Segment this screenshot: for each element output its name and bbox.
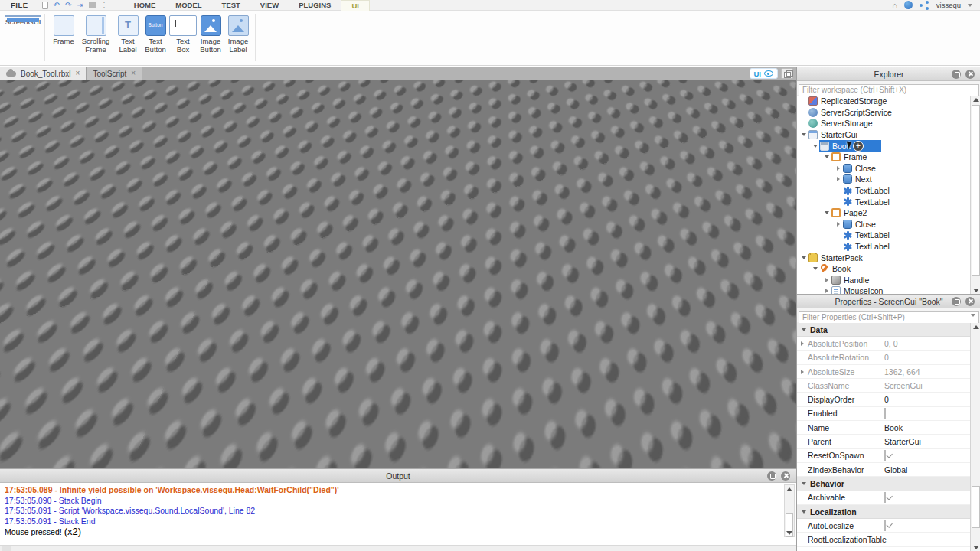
- user-menu-caret-icon[interactable]: [968, 4, 972, 7]
- text-button-button[interactable]: Text Button: [142, 14, 169, 54]
- float-panel-icon[interactable]: [767, 471, 776, 481]
- property-row[interactable]: AbsolutePosition 0, 0: [797, 337, 970, 350]
- expander-closed-icon[interactable]: [825, 278, 828, 282]
- section-collapse-icon[interactable]: [802, 328, 806, 331]
- expander-open-icon[interactable]: [802, 133, 806, 136]
- scrollbar-thumb[interactable]: [972, 105, 980, 276]
- autolocalize-checkbox[interactable]: [884, 520, 886, 531]
- avatar-icon[interactable]: [904, 1, 913, 9]
- expander-open-icon[interactable]: [813, 267, 818, 270]
- scroll-up-icon[interactable]: [971, 96, 980, 103]
- archivable-checkbox[interactable]: [884, 492, 886, 503]
- save-icon[interactable]: [42, 2, 48, 9]
- expander-open-icon[interactable]: [825, 211, 829, 214]
- section-behavior[interactable]: Behavior: [797, 477, 970, 491]
- property-row[interactable]: ZIndexBehavior Global: [797, 463, 970, 477]
- tree-row-close[interactable]: Close: [797, 163, 970, 174]
- float-panel-icon[interactable]: [952, 297, 961, 306]
- properties-scrollbar[interactable]: [970, 323, 980, 551]
- scroll-down-icon[interactable]: [971, 286, 980, 294]
- enabled-checkbox[interactable]: [884, 408, 886, 419]
- ui-visibility-toggle[interactable]: UI: [750, 68, 779, 79]
- tree-row-frame[interactable]: Frame: [797, 152, 970, 163]
- explorer-filter-input[interactable]: [799, 84, 979, 96]
- frame-button[interactable]: Frame: [50, 14, 77, 54]
- tab-model[interactable]: MODEL: [165, 0, 211, 11]
- float-panel-icon[interactable]: [952, 70, 961, 79]
- tree-row-replicatedstorage[interactable]: ReplicatedStorage: [797, 96, 970, 107]
- expander-closed-icon[interactable]: [837, 177, 840, 181]
- text-label-button[interactable]: Text Label: [114, 14, 142, 54]
- doc-tab-toolscript[interactable]: ToolScript ×: [87, 67, 142, 80]
- image-label-button[interactable]: Image Label: [224, 14, 252, 54]
- insert-icon[interactable]: ⇥: [77, 2, 83, 9]
- image-button-button[interactable]: Image Button: [197, 14, 224, 54]
- doc-tab-book-tool[interactable]: Book_Tool.rbxl ×: [0, 67, 87, 80]
- expander-open-icon[interactable]: [802, 256, 806, 259]
- file-menu-button[interactable]: FILE: [0, 1, 39, 9]
- tree-row-close[interactable]: Close: [797, 219, 970, 230]
- filter-dropdown-caret-icon[interactable]: [971, 314, 975, 317]
- tree-row-textlabel[interactable]: TextLabel: [797, 196, 970, 207]
- scrolling-frame-button[interactable]: Scrolling Frame: [77, 14, 114, 54]
- section-collapse-icon[interactable]: [802, 482, 806, 485]
- section-data[interactable]: Data: [797, 323, 970, 337]
- tree-row-serverscriptservice[interactable]: ServerScriptService: [797, 107, 970, 119]
- property-row[interactable]: ResetOnSpawn: [797, 449, 970, 463]
- tree-row-textlabel[interactable]: TextLabel: [797, 241, 970, 253]
- scroll-up-icon[interactable]: [785, 485, 794, 493]
- home-icon[interactable]: ⌂: [892, 1, 897, 10]
- tree-row-book-screengui[interactable]: Book: [797, 140, 970, 152]
- property-row[interactable]: Name Book: [797, 421, 970, 435]
- close-tab-icon[interactable]: ×: [76, 70, 80, 77]
- explorer-header[interactable]: Explorer: [797, 67, 980, 81]
- expander-open-icon[interactable]: [813, 145, 818, 148]
- tab-home[interactable]: HOME: [124, 0, 166, 11]
- 3d-viewport[interactable]: [0, 80, 796, 468]
- expander-closed-icon[interactable]: [837, 166, 840, 171]
- tree-row-page2[interactable]: Page2: [797, 207, 970, 219]
- tab-view[interactable]: VIEW: [250, 0, 289, 11]
- output-header[interactable]: Output: [0, 469, 796, 483]
- property-row[interactable]: Parent StarterGui: [797, 435, 970, 448]
- popout-window-icon[interactable]: [781, 68, 793, 79]
- property-row[interactable]: Archivable: [797, 491, 970, 505]
- tree-row-mouseicon[interactable]: MouseIcon: [797, 285, 970, 294]
- tree-row-textlabel[interactable]: TextLabel: [797, 230, 970, 241]
- undo-icon[interactable]: ↶: [54, 2, 60, 9]
- property-row[interactable]: AbsoluteSize 1362, 664: [797, 365, 970, 379]
- share-icon[interactable]: [920, 1, 929, 10]
- expander-closed-icon[interactable]: [825, 289, 828, 293]
- property-row[interactable]: Enabled: [797, 407, 970, 421]
- section-localization[interactable]: Localization: [797, 505, 970, 519]
- property-row[interactable]: AbsoluteRotation 0: [797, 351, 970, 365]
- text-box-button[interactable]: Text Box: [169, 14, 197, 54]
- expander-open-icon[interactable]: [825, 155, 829, 158]
- property-row[interactable]: AutoLocalize: [797, 519, 970, 533]
- tree-row-handle[interactable]: Handle: [797, 275, 970, 286]
- explorer-scrollbar[interactable]: [970, 96, 980, 294]
- screengui-button[interactable]: ScreenGUI: [5, 14, 41, 27]
- username-label[interactable]: vissequ: [936, 1, 961, 9]
- property-row[interactable]: ClassName ScreenGui: [797, 379, 970, 393]
- properties-header[interactable]: Properties - ScreenGui "Book": [797, 295, 980, 308]
- tree-row-serverstorage[interactable]: ServerStorage: [797, 118, 970, 129]
- scroll-up-icon[interactable]: [971, 323, 980, 331]
- scroll-down-icon[interactable]: [971, 543, 980, 551]
- expand-property-icon[interactable]: [801, 370, 804, 374]
- property-row[interactable]: DisplayOrder 0: [797, 393, 970, 406]
- output-log[interactable]: 17:53:05.089 - Infinite yield possible o…: [0, 483, 782, 539]
- close-panel-icon[interactable]: [781, 471, 790, 481]
- tree-row-next[interactable]: Next: [797, 174, 970, 185]
- tree-row-startergui[interactable]: StarterGui: [797, 129, 970, 141]
- property-row[interactable]: RootLocalizationTable: [797, 533, 970, 546]
- properties-filter-input[interactable]: [799, 311, 979, 324]
- section-collapse-icon[interactable]: [802, 510, 806, 514]
- scroll-down-icon[interactable]: [785, 529, 794, 536]
- close-panel-icon[interactable]: [965, 70, 975, 79]
- resetonspawn-checkbox[interactable]: [884, 450, 886, 461]
- tree-row-book-tool[interactable]: Book: [797, 263, 970, 275]
- toolbar-overflow-icon[interactable]: ⋮: [101, 2, 107, 8]
- scroll-left-icon[interactable]: [2, 546, 11, 551]
- tab-test[interactable]: TEST: [212, 0, 250, 11]
